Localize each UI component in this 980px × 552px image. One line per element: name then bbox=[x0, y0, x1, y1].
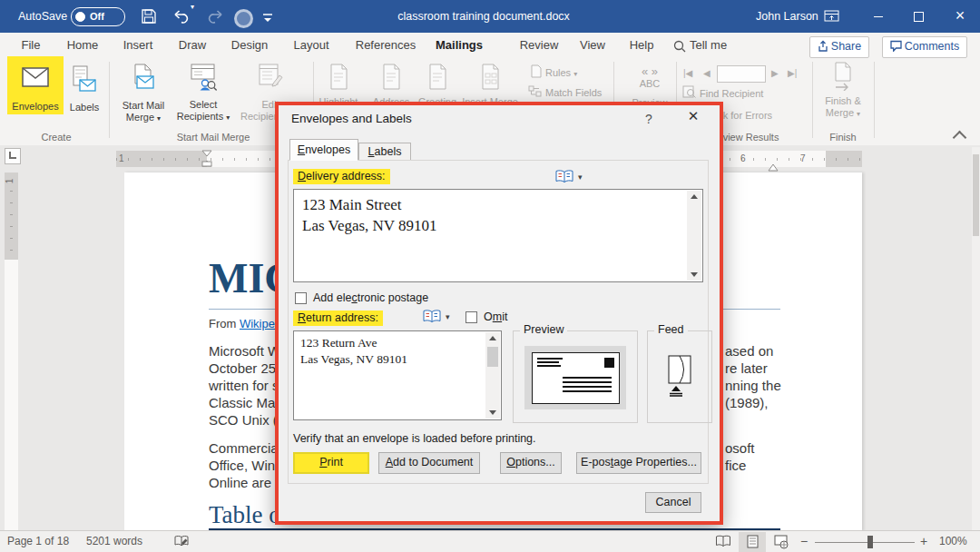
minimize-button[interactable] bbox=[858, 0, 898, 33]
finish-merge-icon bbox=[830, 62, 856, 94]
epostage-properties-button[interactable]: E-postage Properties... bbox=[576, 452, 701, 474]
address-book-dropdown-icon[interactable]: ▾ bbox=[446, 312, 450, 321]
print-button[interactable]: Print bbox=[293, 452, 369, 474]
verify-message: Verify that an envelope is loaded before… bbox=[293, 432, 536, 445]
omit-checkbox[interactable] bbox=[466, 311, 477, 323]
user-name[interactable]: John Larson bbox=[756, 0, 818, 33]
doc-line: fice bbox=[725, 457, 746, 474]
edit-recipient-list-icon bbox=[232, 60, 309, 94]
start-mail-merge-label2: Merge bbox=[126, 112, 154, 123]
start-mail-merge-icon bbox=[116, 60, 171, 94]
dropdown-caret: ▾ bbox=[573, 70, 577, 78]
share-button[interactable]: Share bbox=[809, 36, 869, 58]
cancel-button[interactable]: Cancel bbox=[645, 492, 701, 513]
doc-line: re later bbox=[725, 360, 768, 377]
electronic-postage-label: Add electronic postage bbox=[313, 291, 428, 304]
delivery-address-text: 123 Main Street Las Vegas, NV 89101 bbox=[302, 194, 437, 236]
byline-prefix: From bbox=[209, 317, 240, 330]
dialog-close-button[interactable]: ✕ bbox=[678, 108, 709, 124]
tab-references[interactable]: References bbox=[347, 33, 425, 58]
comments-button[interactable]: Comments bbox=[882, 36, 967, 58]
tab-draw[interactable]: Draw bbox=[171, 33, 214, 58]
finish-merge-label2: Merge bbox=[826, 107, 854, 118]
maximize-icon bbox=[914, 12, 924, 22]
collapse-ribbon-icon[interactable] bbox=[953, 131, 967, 145]
tab-mailings[interactable]: Mailings bbox=[416, 33, 503, 58]
read-mode-button[interactable] bbox=[710, 532, 737, 552]
electronic-postage-checkbox[interactable] bbox=[295, 292, 307, 304]
rules-label: Rules bbox=[545, 67, 571, 78]
zoom-level[interactable]: 100% bbox=[939, 535, 967, 547]
tab-design[interactable]: Design bbox=[223, 33, 276, 58]
tab-layout[interactable]: Layout bbox=[285, 33, 338, 58]
zoom-in-button[interactable]: + bbox=[920, 534, 927, 548]
tab-home[interactable]: Home bbox=[60, 33, 105, 58]
return-scrollbar[interactable] bbox=[485, 332, 500, 419]
zoom-slider-track[interactable] bbox=[815, 542, 915, 543]
indent-marker[interactable] bbox=[201, 150, 212, 172]
word-count[interactable]: 5201 words bbox=[86, 535, 142, 547]
ruler-number-1: 1 bbox=[119, 153, 124, 163]
tell-me[interactable]: Tell me bbox=[690, 33, 735, 58]
close-button[interactable]: × bbox=[940, 0, 980, 33]
tab-help[interactable]: Help bbox=[621, 33, 662, 58]
web-layout-button[interactable] bbox=[768, 532, 795, 552]
add-to-document-button[interactable]: Add to Document bbox=[378, 452, 480, 474]
dialog-tab-envelopes[interactable]: Envelopes bbox=[289, 139, 358, 161]
autosave-toggle[interactable]: Off bbox=[71, 7, 125, 26]
options-button[interactable]: Options... bbox=[500, 452, 562, 474]
group-separator bbox=[109, 62, 110, 138]
page-indicator[interactable]: Page 1 of 18 bbox=[7, 535, 69, 547]
document-scrollbar[interactable] bbox=[972, 147, 980, 531]
doc-line: osoft bbox=[725, 439, 755, 457]
zoom-out-button[interactable]: − bbox=[800, 534, 808, 548]
finish-merge-label1: Finish & bbox=[825, 95, 861, 106]
scroll-down-icon[interactable] bbox=[489, 410, 496, 415]
tab-insert[interactable]: Insert bbox=[114, 33, 162, 58]
omit-label: Omit bbox=[484, 310, 507, 323]
save-icon[interactable] bbox=[141, 8, 157, 28]
tab-stop-selector[interactable] bbox=[5, 148, 21, 164]
proofing-icon[interactable] bbox=[174, 535, 190, 551]
greeting-line-icon bbox=[426, 64, 449, 94]
delivery-address-input[interactable]: 123 Main Street Las Vegas, NV 89101 bbox=[293, 189, 703, 282]
labels-button[interactable]: Labels bbox=[64, 60, 105, 114]
ruler-number-7: 7 bbox=[800, 153, 806, 163]
ribbon-display-options-icon[interactable] bbox=[824, 9, 839, 27]
tab-view[interactable]: View bbox=[572, 33, 613, 58]
address-book-icon[interactable] bbox=[554, 169, 574, 187]
start-mail-merge-button[interactable]: Start MailMerge ▾ bbox=[116, 60, 171, 124]
scrollbar-thumb[interactable] bbox=[487, 347, 498, 367]
finish-group-label: Finish bbox=[814, 132, 872, 143]
previous-record-button: ◀ bbox=[703, 65, 710, 82]
record-number-input[interactable] bbox=[717, 65, 766, 83]
dialog-tab-labels[interactable]: Labels bbox=[358, 143, 411, 161]
tab-review[interactable]: Review bbox=[514, 33, 564, 58]
select-recipients-button[interactable]: SelectRecipients ▾ bbox=[174, 60, 232, 123]
maximize-button[interactable] bbox=[898, 0, 938, 33]
scroll-down-icon[interactable] bbox=[691, 272, 698, 277]
zoom-slider-thumb[interactable] bbox=[867, 536, 873, 548]
address-book-icon[interactable] bbox=[422, 309, 442, 327]
undo-icon[interactable] bbox=[172, 9, 190, 27]
scroll-up-icon[interactable] bbox=[691, 194, 698, 199]
vruler-number-1: 1 bbox=[5, 179, 15, 184]
undo-dropdown-icon[interactable]: ▾ bbox=[191, 0, 194, 24]
delivery-scrollbar[interactable] bbox=[687, 191, 701, 281]
rules-icon bbox=[530, 64, 543, 82]
search-icon[interactable] bbox=[673, 40, 686, 56]
dialog-help-button[interactable]: ? bbox=[640, 112, 658, 126]
return-address-input[interactable]: 123 Return Ave Las Vegas, NV 89101 bbox=[293, 330, 502, 420]
scroll-up-icon[interactable] bbox=[489, 336, 496, 340]
comments-icon bbox=[890, 42, 902, 54]
scrollbar-thumb[interactable] bbox=[973, 154, 979, 236]
highlight-merge-fields-icon bbox=[327, 64, 350, 94]
address-book-dropdown-icon[interactable]: ▾ bbox=[578, 172, 583, 182]
envelopes-button[interactable]: Envelopes bbox=[7, 60, 64, 114]
next-record-button: ▶ bbox=[771, 65, 779, 82]
envelopes-label: Envelopes bbox=[7, 101, 64, 113]
doc-line: ased on bbox=[725, 342, 773, 360]
tab-file[interactable]: File bbox=[11, 33, 51, 58]
autosave-state: Off bbox=[90, 8, 121, 25]
print-layout-button[interactable] bbox=[739, 532, 766, 552]
